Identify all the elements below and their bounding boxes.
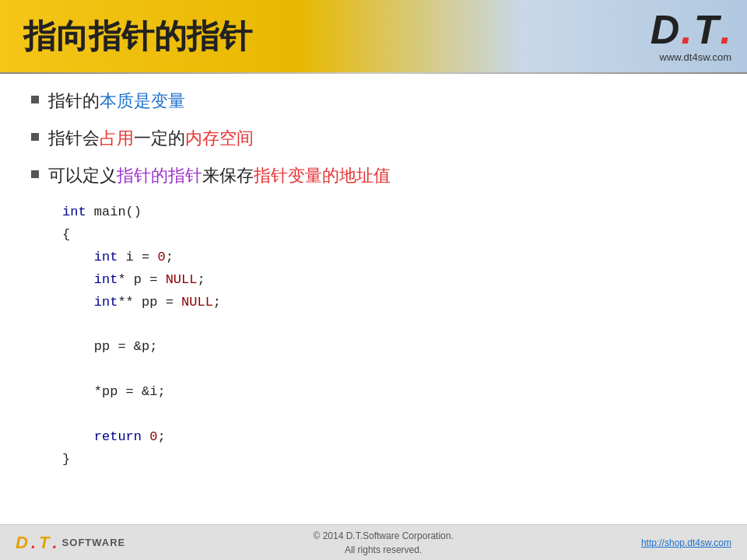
code-line-10 [62, 404, 716, 426]
bullet-2-highlight2: 内存空间 [185, 128, 254, 148]
bullet-1-before: 指针的 [48, 91, 100, 110]
footer-logo-d: D [16, 533, 28, 553]
bullet-item-3: 可以定义指针的指针来保存指针变量的地址值 [31, 164, 716, 187]
page-title: 指向指针的指针 [23, 15, 252, 58]
bullet-2-highlight1: 占用 [100, 128, 134, 148]
bullet-3-highlight2: 指针变量的地址值 [254, 166, 391, 185]
logo-dot1: . [681, 9, 692, 50]
bullet-icon-2 [31, 133, 39, 141]
bullet-text-1: 指针的本质是变量 [48, 89, 185, 113]
code-line-6 [62, 313, 716, 336]
code-line-12: } [62, 449, 716, 471]
code-line-11: return 0; [62, 426, 716, 449]
code-line-2: { [62, 224, 716, 247]
logo-d: D [651, 9, 680, 50]
bullet-3-highlight1: 指针的指针 [117, 166, 202, 185]
main-content: 指针的本质是变量 指针会占用一定的内存空间 可以定义指针的指针来保存指针变量的地… [0, 74, 747, 479]
code-line-3: int i = 0; [62, 247, 716, 269]
bullet-item-2: 指针会占用一定的内存空间 [31, 127, 716, 150]
page-header: 指向指针的指针 D . T . www.dt4sw.com [0, 0, 747, 72]
bullet-item-1: 指针的本质是变量 [31, 89, 716, 113]
footer-logo: D . T . SOFTWARE [16, 533, 125, 553]
copyright-line1: © 2014 D.T.Software Corporation. [313, 529, 453, 543]
bullet-3-middle: 来保存 [202, 166, 254, 185]
copyright-line2: All rights reserved. [313, 543, 453, 557]
bullet-icon-3 [31, 170, 39, 178]
code-line-4: int* p = NULL; [62, 269, 716, 292]
code-line-5: int** pp = NULL; [62, 292, 716, 314]
code-line-1: int main() [62, 201, 716, 224]
logo-website: www.dt4sw.com [660, 51, 731, 63]
logo-text: D . T . [651, 9, 731, 50]
bullet-2-before: 指针会 [48, 128, 100, 148]
code-line-7: pp = &p; [62, 336, 716, 359]
bullet-text-3: 可以定义指针的指针来保存指针变量的地址值 [48, 164, 391, 187]
bullet-text-2: 指针会占用一定的内存空间 [48, 127, 254, 150]
footer-logo-dot2: . [52, 533, 57, 553]
footer-logo-text: SOFTWARE [62, 537, 126, 548]
bullet-3-before: 可以定义 [48, 166, 117, 185]
logo-t: T [694, 9, 719, 50]
bullet-icon-1 [31, 96, 39, 103]
code-line-8 [62, 359, 716, 381]
bullet-2-middle: 一定的 [134, 128, 185, 148]
bullet-1-highlight: 本质是变量 [100, 91, 185, 110]
code-block: int main() { int i = 0; int* p = NULL; i… [62, 201, 716, 471]
header-logo: D . T . www.dt4sw.com [651, 9, 731, 63]
footer-website[interactable]: http://shop.dt4sw.com [641, 537, 731, 548]
footer-logo-t: T [39, 533, 49, 553]
footer-copyright: © 2014 D.T.Software Corporation. All rig… [313, 529, 453, 557]
bullet-list: 指针的本质是变量 指针会占用一定的内存空间 可以定义指针的指针来保存指针变量的地… [31, 89, 716, 187]
footer-logo-dot1: . [31, 533, 36, 553]
page-footer: D . T . SOFTWARE © 2014 D.T.Software Cor… [0, 524, 747, 560]
logo-dot2: . [721, 9, 731, 50]
code-line-9: *pp = &i; [62, 381, 716, 404]
